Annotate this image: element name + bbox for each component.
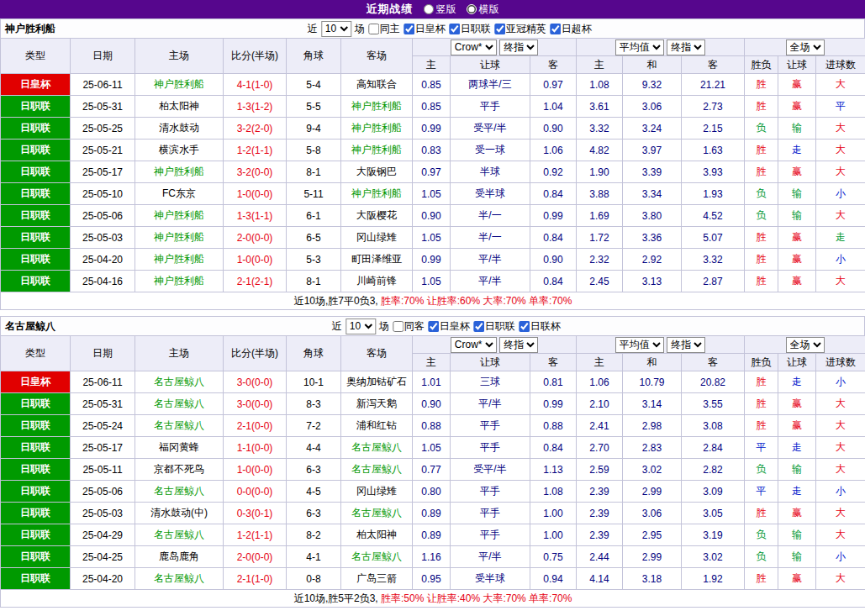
match-row: 日职联25-05-06名古屋鲸八0-0(0-0)4-5冈山绿雉0.80平手1.0…: [1, 481, 865, 503]
team-header-row: 神户胜利船近10场同主日皇杯日职联亚冠精英日超杯: [0, 18, 865, 38]
away-team-cell: 广岛三箭: [341, 568, 413, 590]
goals-result-cell: 大: [816, 74, 865, 96]
scope-select[interactable]: 全场: [786, 39, 825, 55]
date-cell: 25-05-25: [71, 118, 135, 140]
corners-cell: 8-1: [287, 271, 341, 292]
avg-odds-cell: 3.09: [682, 481, 745, 503]
score-cell: 3-2(2-0): [224, 118, 287, 140]
filter-checkbox-input[interactable]: [428, 321, 439, 332]
away-team-cell: 冈山绿雉: [341, 481, 413, 503]
filter-checkbox-0[interactable]: 同客: [393, 319, 425, 334]
odds-cell: 0.85: [413, 74, 451, 96]
score-cell: 1-0(0-0): [224, 459, 287, 481]
col-subheader: 进球数: [816, 354, 865, 371]
match-row: 日职联25-05-21横滨水手1-2(1-1)5-8神户胜利船0.83受一球1.…: [1, 140, 865, 161]
handicap-result-cell: 赢: [778, 161, 816, 183]
filter-checkbox-0[interactable]: 同主: [368, 22, 400, 36]
winlose-result-cell: 胜: [745, 140, 778, 161]
filter-checkbox-1[interactable]: 日皇杯: [428, 319, 470, 334]
filter-checkbox-3[interactable]: 日联杯: [519, 319, 561, 334]
goals-result-cell: 大: [816, 161, 865, 183]
filter-checkbox-input[interactable]: [494, 24, 505, 34]
away-team-cell: 神户胜利船: [341, 96, 413, 118]
score-cell: 2-1(0-0): [224, 415, 287, 437]
date-cell: 25-04-25: [71, 546, 135, 568]
match-row: 日职联25-05-17福冈黄蜂1-1(0-0)4-4名古屋鲸八1.05平手0.8…: [1, 437, 865, 459]
summary-record: 近10场,胜7平0负3,: [294, 295, 378, 307]
avg-source-select[interactable]: 平均值: [615, 337, 664, 353]
date-cell: 25-05-31: [71, 393, 135, 415]
handicap-result-cell: 输: [778, 118, 816, 140]
summary-row: 近10场,胜7平0负3, 胜率:70% 让胜率:60% 大率:70% 单率:70…: [1, 292, 865, 310]
odds-company-select[interactable]: Crow*: [451, 337, 497, 353]
odds-cell: 0.83: [413, 140, 451, 161]
winlose-result-cell: 胜: [745, 161, 778, 183]
score-cell: 1-1(0-0): [224, 437, 287, 459]
vertical-radio-input[interactable]: [424, 4, 434, 14]
col-subheader: 进球数: [816, 56, 865, 74]
filter-checkbox-2[interactable]: 日职联: [473, 319, 515, 334]
matches-unit-label: 场: [379, 319, 389, 334]
winlose-result-cell: 负: [745, 183, 778, 205]
match-row: 日职联25-04-20神户胜利船1-0(0-0)5-3町田泽维亚0.99平/半0…: [1, 249, 865, 271]
away-team-cell: 名古屋鲸八: [341, 546, 413, 568]
winlose-result-cell: 胜: [745, 249, 778, 271]
matches-count-select[interactable]: 10: [345, 319, 376, 334]
avg-odds-cell: 2.99: [623, 481, 682, 503]
avg-stage-select[interactable]: 终指: [667, 337, 705, 353]
layout-radio-vertical[interactable]: 竖版: [424, 3, 456, 17]
filter-checkbox-input[interactable]: [393, 321, 403, 332]
date-cell: 25-04-29: [71, 524, 135, 546]
winlose-result-cell: 平: [745, 437, 778, 459]
goals-result-cell: 小: [816, 183, 865, 205]
avg-odds-cell: 5.07: [682, 227, 745, 249]
filter-checkbox-input[interactable]: [449, 24, 460, 34]
filter-checkbox-4[interactable]: 日超杯: [550, 22, 592, 36]
odds-stage-select[interactable]: 终指: [499, 39, 538, 55]
scope-select[interactable]: 全场: [786, 337, 825, 353]
match-row: 日职联25-04-20名古屋鲸八2-1(1-0)0-8广岛三箭0.95受半球0.…: [1, 568, 865, 590]
scope-select-cell: 全场: [745, 39, 865, 56]
avg-source-select[interactable]: 平均值: [615, 39, 664, 55]
home-team-cell: 神户胜利船: [135, 74, 224, 96]
handicap-result-cell: 赢: [778, 96, 816, 118]
date-cell: 25-04-20: [71, 249, 135, 271]
match-row: 日职联25-05-31名古屋鲸八3-0(0-0)8-3新泻天鹅0.90平/半0.…: [1, 393, 865, 415]
odds-company-select[interactable]: Crow*: [451, 39, 497, 55]
horizontal-radio-input[interactable]: [467, 4, 477, 14]
odds-cell: 0.90: [530, 118, 577, 140]
filter-checkbox-2[interactable]: 日职联: [449, 22, 491, 36]
filter-checkbox-input[interactable]: [403, 24, 414, 34]
odds-cell: 0.94: [530, 568, 577, 590]
avg-select-cell: 平均值 终指: [577, 336, 745, 354]
matches-count-select[interactable]: 10: [321, 21, 351, 37]
filter-checkbox-3[interactable]: 亚冠精英: [494, 22, 546, 36]
filter-checkbox-input[interactable]: [519, 321, 530, 332]
team-name: 神户胜利船: [1, 22, 55, 36]
filter-checkbox-input[interactable]: [473, 321, 484, 332]
odds-cell: 0.99: [530, 205, 577, 227]
col-subheader: 客: [530, 56, 577, 74]
layout-radio-horizontal[interactable]: 横版: [467, 3, 499, 17]
match-row: 日职联25-04-29名古屋鲸八1-2(1-1)8-2柏太阳神0.89平手1.0…: [1, 524, 865, 546]
date-cell: 25-05-10: [71, 183, 135, 205]
away-team-cell: 奥纳加钴矿石: [341, 371, 413, 393]
league-type-cell: 日职联: [1, 503, 71, 524]
filter-checkbox-input[interactable]: [550, 24, 561, 34]
league-type-cell: 日职联: [1, 437, 71, 459]
odds-cell: 0.97: [530, 74, 577, 96]
winlose-result-cell: 负: [745, 205, 778, 227]
matches-unit-label: 场: [355, 22, 365, 36]
avg-stage-select[interactable]: 终指: [667, 39, 705, 55]
filter-checkbox-input[interactable]: [368, 24, 379, 34]
odds-stage-select[interactable]: 终指: [499, 337, 538, 353]
date-cell: 25-05-06: [71, 205, 135, 227]
goals-result-cell: 小: [816, 546, 865, 568]
scope-select-cell: 全场: [745, 336, 865, 354]
corners-cell: 6-1: [287, 205, 341, 227]
home-team-cell: 柏太阳神: [135, 96, 224, 118]
filter-checkbox-1[interactable]: 日皇杯: [403, 22, 446, 36]
league-type-cell: 日职联: [1, 481, 71, 503]
avg-odds-cell: 2.95: [623, 524, 682, 546]
goals-result-cell: 小: [816, 371, 865, 393]
